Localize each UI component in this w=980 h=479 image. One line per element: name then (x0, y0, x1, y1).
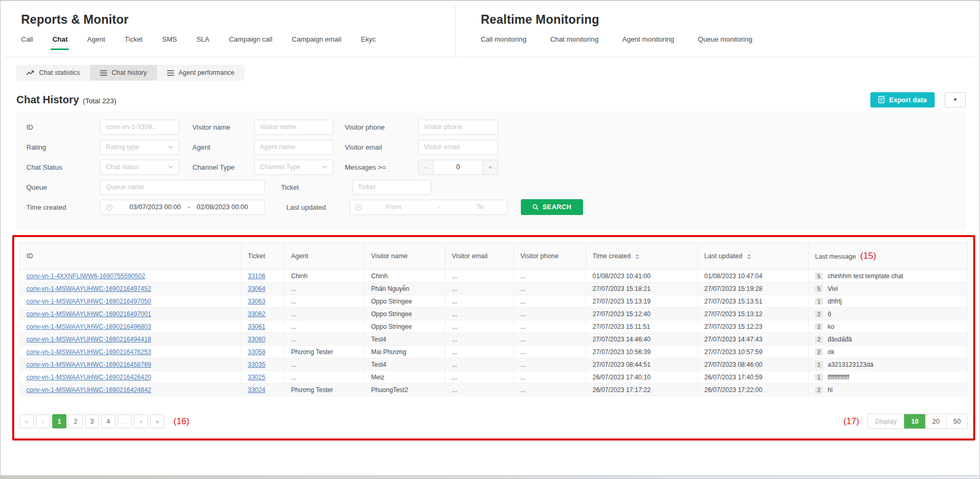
ticket-link[interactable]: 33060 (248, 336, 265, 343)
search-button[interactable]: SEARCH (521, 199, 583, 215)
tab-chat[interactable]: Chat (52, 35, 67, 50)
display-option-50[interactable]: 50 (946, 414, 967, 429)
visitor-name-cell: Phấn Nguyễn (364, 282, 445, 295)
agent-cell: Phương Tester (284, 346, 364, 358)
tab-queue-monitoring[interactable]: Queue monitoring (698, 35, 752, 50)
rating-select[interactable]: Rating type (100, 140, 179, 155)
table-row: conv-vn-1-MSWAAYUHWC-169021647625333058P… (20, 346, 968, 358)
id-filter-input[interactable] (100, 120, 179, 135)
visitor-phone-filter-input[interactable] (418, 120, 498, 135)
channel-type-select[interactable]: Channel Type (254, 160, 333, 175)
view-button-label: Chat statistics (39, 69, 80, 76)
conversation-id-link[interactable]: conv-vn-1-MSWAAYUHWC-1690216458769 (26, 361, 151, 368)
chevron-down-icon (168, 165, 173, 169)
tab-call[interactable]: Call (21, 35, 33, 50)
messages-stepper-value[interactable]: 0 (434, 160, 482, 175)
ticket-link[interactable]: 33035 (248, 361, 265, 368)
visitor-name-cell: Chinh (364, 270, 445, 282)
visitor-name-cell: Test4 (364, 358, 445, 371)
view-button-chat-history[interactable]: Chat history (90, 65, 157, 81)
stepper-plus-button[interactable]: + (482, 160, 498, 175)
conversation-id-link[interactable]: conv-vn-1-MSWAAYUHWC-1690216424842 (26, 386, 151, 394)
last-message-cell: 2đâsdấđâ (808, 333, 968, 346)
tab-agent[interactable]: Agent (87, 35, 105, 50)
visitor-phone-cell: ... (513, 371, 586, 384)
annotation-15: (15) (860, 251, 876, 261)
conversation-id-link[interactable]: conv-vn-1-MSWAAYUHWC-1690216494418 (26, 336, 151, 343)
last-page-button[interactable]: » (150, 414, 164, 428)
ticket-link[interactable]: 33061 (248, 323, 265, 330)
visitor-name-filter-input[interactable] (254, 120, 333, 135)
tab-sms[interactable]: SMS (162, 35, 177, 50)
stepper-minus-button[interactable]: - (418, 160, 434, 175)
first-page-button[interactable]: « (20, 414, 34, 428)
conversation-id-link[interactable]: conv-vn-1-MSWAAYUHWC-1690216476253 (26, 348, 151, 356)
column-label: ID (26, 252, 33, 260)
chevron-down-icon (322, 165, 327, 169)
export-options-button[interactable]: ▼ (945, 92, 966, 107)
conversation-id-link[interactable]: conv-vn-1-MSWAAYUHWC-1690216426420 (26, 374, 151, 381)
prev-page-button[interactable]: ‹ (36, 414, 50, 428)
page-button-1[interactable]: 1 (52, 414, 66, 428)
tab-campaign-call[interactable]: Campaign call (229, 35, 272, 50)
queue-filter-input[interactable] (100, 180, 265, 195)
chat-status-select-placeholder: Chat status (106, 163, 139, 171)
chat-status-select[interactable]: Chat status (100, 160, 179, 175)
time-created-to: 02/08/2023 00:00 (197, 203, 248, 211)
page-button-3[interactable]: 3 (85, 414, 99, 428)
sort-icon[interactable] (635, 254, 639, 259)
visitor-name-cell: Mai Phương (364, 346, 445, 358)
view-switch-group: Chat statisticsChat historyAgent perform… (16, 65, 245, 81)
export-data-button[interactable]: Export data (870, 92, 935, 107)
annotation-16: (16) (173, 416, 189, 427)
tab-ticket[interactable]: Ticket (124, 35, 142, 50)
visitor-email-filter-input[interactable] (418, 140, 498, 155)
time-created-range-input[interactable]: 03/07/2023 00:00 - 02/08/2023 00:00 (100, 200, 265, 215)
tab-sla[interactable]: SLA (197, 35, 210, 50)
conversation-id-link[interactable]: conv-vn-1-4XXNFLIWW6-1690755590502 (26, 272, 145, 280)
tab-agent-monitoring[interactable]: Agent monitoring (622, 35, 674, 50)
column-header-time-created[interactable]: Time created (586, 242, 697, 270)
ticket-link[interactable]: 33062 (248, 310, 265, 318)
agent-filter-input[interactable] (254, 140, 333, 155)
tab-chat-monitoring[interactable]: Chat monitoring (550, 35, 599, 50)
ticket-link[interactable]: 33025 (248, 374, 265, 381)
visitor-phone-cell: ... (513, 308, 586, 320)
ticket-cell: 33025 (241, 371, 284, 384)
time-created-cell: 26/07/2023 17:40:10 (586, 371, 697, 384)
conversation-id-cell: conv-vn-1-MSWAAYUHWC-1690216497050 (20, 295, 241, 308)
tab-ekyc[interactable]: Ekyc (361, 35, 376, 50)
view-button-agent-performance[interactable]: Agent performance (157, 65, 245, 81)
conversation-id-link[interactable]: conv-vn-1-MSWAAYUHWC-1690216497050 (26, 298, 151, 305)
agent-cell: ... (284, 371, 364, 384)
last-message-cell: 1dhfrtj (808, 295, 968, 308)
display-option-10[interactable]: 10 (904, 414, 925, 429)
message-count-badge: 2 (815, 386, 823, 394)
display-option-20[interactable]: 20 (925, 414, 946, 429)
tab-campaign-email[interactable]: Campaign email (292, 35, 342, 50)
chevron-down-icon (168, 145, 173, 149)
conversation-id-link[interactable]: conv-vn-1-MSWAAYUHWC-1690216497001 (26, 310, 151, 318)
table-row: conv-vn-1-MSWAAYUHWC-169021649441833060.… (20, 333, 968, 346)
filter-row-3: Chat Status Chat status Channel Type Cha… (26, 157, 966, 177)
ticket-link[interactable]: 33058 (248, 348, 265, 356)
ticket-cell: 33063 (241, 295, 284, 308)
ticket-link[interactable]: 33064 (248, 285, 265, 292)
last-updated-range-input[interactable]: From - To (350, 200, 508, 215)
conversation-id-link[interactable]: conv-vn-1-MSWAAYUHWC-1690216496803 (26, 323, 151, 330)
sort-icon[interactable] (747, 254, 751, 259)
ticket-link[interactable]: 33024 (248, 386, 265, 394)
last-updated-cell: 27/07/2023 15:19:28 (697, 282, 808, 295)
conversation-id-link[interactable]: conv-vn-1-MSWAAYUHWC-1690216497452 (26, 285, 151, 292)
ticket-link[interactable]: 33106 (248, 272, 265, 280)
page-button-4[interactable]: 4 (101, 414, 115, 428)
rating-select-placeholder: Rating type (106, 143, 139, 151)
view-button-chat-statistics[interactable]: Chat statistics (16, 65, 90, 81)
column-header-last-updated[interactable]: Last updated (697, 242, 808, 270)
ticket-link[interactable]: 33063 (248, 298, 265, 305)
page-header: Reports & Monitor CallChatAgentTicketSMS… (5, 5, 975, 57)
ticket-filter-input[interactable] (352, 180, 431, 195)
page-button-2[interactable]: 2 (69, 414, 83, 428)
next-page-button[interactable]: › (134, 414, 148, 428)
tab-call-monitoring[interactable]: Call monitoring (481, 35, 527, 50)
